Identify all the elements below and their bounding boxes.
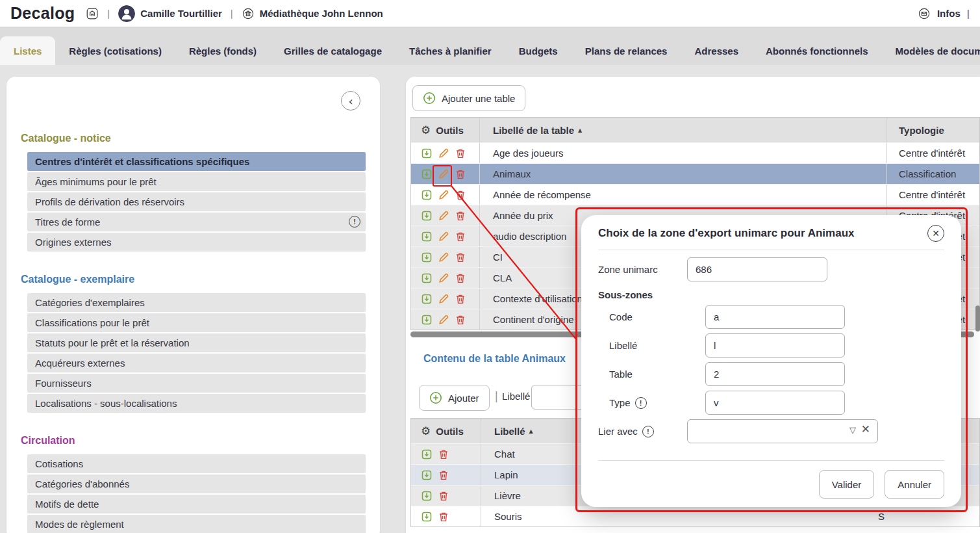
export-icon[interactable] — [420, 489, 433, 502]
close-icon[interactable]: ✕ — [927, 225, 944, 242]
export-icon[interactable] — [420, 510, 433, 523]
dropdown-icon[interactable]: ▽ — [849, 426, 856, 434]
sidebar-item-categories-abonnes[interactable]: Catégories d'abonnés — [27, 474, 366, 493]
vertical-scrollbar[interactable] — [975, 306, 980, 332]
cell-extra: S — [869, 506, 979, 526]
delete-icon[interactable] — [454, 168, 467, 181]
clear-icon[interactable]: ✕ — [861, 424, 870, 435]
export-icon[interactable] — [420, 292, 433, 306]
valider-button[interactable]: Valider — [819, 470, 875, 499]
export-icon[interactable] — [420, 188, 433, 202]
delete-icon[interactable] — [454, 147, 467, 160]
add-table-button[interactable]: Ajouter une table — [412, 85, 525, 111]
alert-icon[interactable]: ! — [642, 426, 654, 437]
sidebar-item-profils-derivation[interactable]: Profils de dérivation des réservoirs — [27, 192, 366, 211]
libelle-input[interactable] — [705, 333, 845, 358]
export-icon[interactable] — [420, 147, 433, 160]
export-icon[interactable] — [420, 251, 433, 264]
tab-regles-cotisations[interactable]: Règles (cotisations) — [55, 36, 175, 65]
zone-unimarc-input[interactable] — [687, 257, 827, 281]
edit-icon[interactable] — [437, 251, 450, 264]
edit-icon[interactable] — [437, 188, 450, 202]
table-row[interactable]: Souris S — [411, 506, 979, 526]
code-input[interactable] — [705, 305, 845, 329]
delete-icon[interactable] — [454, 188, 467, 202]
tab-abonnes-fonctionnels[interactable]: Abonnés fonctionnels — [752, 36, 882, 65]
table-row-selected[interactable]: Animaux Classification — [411, 163, 979, 184]
infos-envelope-icon[interactable] — [918, 7, 931, 20]
section-title-catalogue-exemplaire: Catalogue - exemplaire — [21, 274, 366, 285]
tab-adresses[interactable]: Adresses — [681, 36, 752, 65]
table-input[interactable] — [705, 362, 845, 386]
cell-libelle[interactable]: Année de récompense — [480, 185, 887, 205]
cell-libelle[interactable]: Animaux — [480, 164, 887, 184]
add-row-button[interactable]: Ajouter — [419, 385, 490, 411]
sidebar-item-ages-minimums[interactable]: Âges minimums pour le prêt — [27, 172, 366, 191]
lier-avec-combobox[interactable]: ▽ ✕ — [687, 419, 878, 443]
edit-icon[interactable] — [437, 209, 450, 222]
collapse-panel-icon[interactable]: ‹ — [341, 91, 360, 110]
tab-grilles-catalogage[interactable]: Grilles de catalogage — [270, 36, 396, 65]
col-outils-label: Outils — [436, 125, 464, 136]
edit-icon[interactable] — [437, 147, 450, 160]
delete-icon[interactable] — [454, 209, 467, 222]
export-icon[interactable] — [420, 272, 433, 285]
divider — [598, 250, 944, 250]
tab-taches-a-planifier[interactable]: Tâches à planifier — [396, 36, 505, 65]
sidebar-item-classifications-pret[interactable]: Classifications pour le prêt — [27, 313, 366, 332]
sidebar-item-localisations[interactable]: Localisations - sous-localisations — [27, 394, 366, 413]
delete-icon[interactable] — [437, 448, 450, 461]
table-label: Table — [598, 369, 705, 380]
sidebar-item-origines-externes[interactable]: Origines externes — [27, 233, 366, 252]
sidebar-item-acquereurs-externes[interactable]: Acquéreurs externes — [27, 354, 366, 372]
alert-icon[interactable]: ! — [635, 397, 647, 409]
export-icon[interactable] — [420, 168, 433, 181]
current-library[interactable]: Médiathèque John Lennon — [242, 7, 383, 20]
delete-icon[interactable] — [437, 489, 450, 502]
tab-regles-fonds[interactable]: Règles (fonds) — [175, 36, 270, 65]
user-name: Camille Tourtillier — [140, 8, 222, 19]
sidebar-item-cotisations[interactable]: Cotisations — [27, 454, 366, 473]
delete-icon[interactable] — [454, 251, 467, 264]
sidebar-item-fournisseurs[interactable]: Fournisseurs — [27, 374, 366, 393]
type-input[interactable] — [705, 391, 845, 415]
tab-plans-de-relances[interactable]: Plans de relances — [572, 36, 681, 65]
edit-icon[interactable] — [437, 168, 450, 181]
cell-libelle[interactable]: Souris — [481, 506, 869, 526]
col-libelle-header[interactable]: Libellé de la table ▲ — [480, 118, 887, 142]
export-icon[interactable] — [420, 313, 433, 326]
sidebar-item-categories-exemplaires[interactable]: Catégories d'exemplaires — [27, 293, 366, 312]
sidebar-item-modes-de-reglement[interactable]: Modes de règlement — [27, 515, 366, 533]
edit-icon[interactable] — [437, 272, 450, 285]
tab-modeles-de-documents[interactable]: Modèles de documents — [882, 36, 980, 65]
sidebar-item-motifs-de-dette[interactable]: Motifs de dette — [27, 495, 366, 514]
delete-icon[interactable] — [454, 272, 467, 285]
tab-budgets[interactable]: Budgets — [505, 36, 572, 65]
alert-icon[interactable]: ! — [349, 216, 360, 228]
delete-icon[interactable] — [454, 292, 467, 306]
plus-circle-icon — [429, 391, 442, 404]
edit-icon[interactable] — [437, 313, 450, 326]
export-icon[interactable] — [420, 209, 433, 222]
infos-label[interactable]: Infos — [937, 8, 961, 19]
export-icon[interactable] — [420, 230, 433, 243]
delete-icon[interactable] — [437, 469, 450, 482]
sidebar-item-statuts-pret-reservation[interactable]: Statuts pour le prêt et la réservation — [27, 333, 366, 352]
annuler-button[interactable]: Annuler — [885, 470, 944, 499]
export-icon[interactable] — [420, 448, 433, 461]
edit-icon[interactable] — [437, 292, 450, 306]
current-user[interactable]: Camille Tourtillier — [118, 5, 222, 22]
export-icon[interactable] — [420, 469, 433, 482]
tab-listes[interactable]: Listes — [0, 36, 55, 65]
delete-icon[interactable] — [437, 510, 450, 523]
table-row[interactable]: Année de récompense Centre d'intérêt — [411, 184, 979, 205]
sidebar-item-titres-de-forme[interactable]: Titres de forme ! — [27, 213, 366, 231]
divider — [598, 460, 944, 461]
building-icon[interactable] — [86, 7, 99, 20]
delete-icon[interactable] — [454, 313, 467, 326]
table-row[interactable]: Age des joueurs Centre d'intérêt — [411, 142, 979, 163]
sidebar-item-centres-interet[interactable]: Centres d'intérêt et classifications spé… — [27, 152, 366, 171]
cell-libelle[interactable]: Age des joueurs — [480, 143, 887, 163]
edit-icon[interactable] — [437, 230, 450, 243]
delete-icon[interactable] — [454, 230, 467, 243]
